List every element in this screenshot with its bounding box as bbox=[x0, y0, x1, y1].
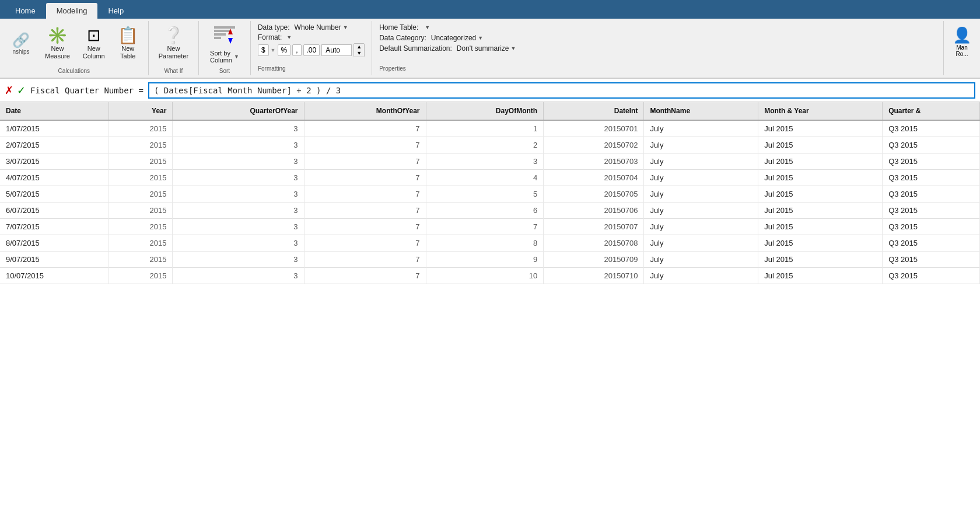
default-summ-arrow-icon: ▼ bbox=[511, 46, 516, 51]
ribbon-group-properties: Home Table: ▼ Data Category: Uncategoriz… bbox=[372, 21, 944, 75]
home-table-arrow-icon: ▼ bbox=[425, 25, 430, 30]
datatype-dropdown[interactable]: Whole Number ▼ bbox=[295, 23, 348, 32]
currency-btn[interactable]: $ bbox=[258, 44, 269, 56]
default-summ-label: Default Summarization: bbox=[379, 44, 452, 53]
table-row: 9/07/2015201537920150709JulyJul 2015Q3 2… bbox=[0, 251, 980, 268]
properties-buttons: Home Table: ▼ Data Category: Uncategoriz… bbox=[379, 23, 516, 64]
cell-quarter: 3 bbox=[173, 268, 304, 284]
cancel-icon[interactable]: ✗ bbox=[5, 84, 13, 97]
new-parameter-label: NewParameter bbox=[159, 45, 188, 60]
cell-quarterand: Q3 2015 bbox=[883, 137, 980, 153]
col-quarterand[interactable]: Quarter & bbox=[883, 102, 980, 120]
spin-down-btn[interactable]: ▼ bbox=[354, 50, 364, 57]
col-dateint[interactable]: DateInt bbox=[544, 102, 644, 120]
spin-control: ▲ ▼ bbox=[354, 43, 365, 57]
format-row: Format: ▼ bbox=[258, 33, 292, 41]
manage-btn[interactable]: 🔗 nships bbox=[5, 30, 37, 58]
header-row: Date Year QuarterOfYear MonthOfYear DayO… bbox=[0, 102, 980, 120]
cell-month: 7 bbox=[304, 202, 426, 219]
cell-date: 2/07/2015 bbox=[0, 137, 109, 153]
cell-month: 7 bbox=[304, 268, 426, 284]
data-category-label: Data Category: bbox=[379, 34, 426, 42]
cell-quarter: 3 bbox=[173, 202, 304, 219]
cell-dateint: 20150710 bbox=[544, 268, 644, 284]
col-quarter[interactable]: QuarterOfYear bbox=[173, 102, 304, 120]
default-summ-value: Don't summarize bbox=[457, 44, 509, 53]
cell-dateint: 20150706 bbox=[544, 202, 644, 219]
decimal-btn[interactable]: .00 bbox=[303, 44, 320, 56]
formatting-buttons: Data type: Whole Number ▼ Format: ▼ $ ▼ … bbox=[258, 23, 365, 64]
ribbon-group-whatif: ❔ NewParameter What If bbox=[149, 21, 199, 75]
percent-btn[interactable]: % bbox=[278, 44, 291, 56]
new-parameter-icon: ❔ bbox=[163, 27, 184, 44]
cell-month: 7 bbox=[304, 219, 426, 235]
comma-btn[interactable]: , bbox=[292, 44, 301, 56]
cell-monthname: July bbox=[644, 268, 758, 284]
col-monthname[interactable]: MonthName bbox=[644, 102, 758, 120]
col-day[interactable]: DayOfMonth bbox=[426, 102, 544, 120]
cell-dateint: 20150702 bbox=[544, 137, 644, 153]
home-table-dropdown[interactable]: ▼ bbox=[423, 25, 430, 30]
cell-dateint: 20150705 bbox=[544, 186, 644, 202]
cell-monthyear: Jul 2015 bbox=[758, 186, 883, 202]
sort-by-column-btn[interactable]: Sort byColumn ▼ bbox=[204, 21, 246, 67]
calculations-group-label: Calculations bbox=[58, 67, 90, 75]
cell-quarterand: Q3 2015 bbox=[883, 202, 980, 219]
formatting-group-label: Formatting bbox=[258, 64, 286, 73]
tab-home[interactable]: Home bbox=[5, 3, 46, 19]
cell-month: 7 bbox=[304, 120, 426, 137]
new-measure-btn[interactable]: ✳️ NewMeasure bbox=[40, 25, 75, 63]
col-year[interactable]: Year bbox=[109, 102, 173, 120]
auto-field[interactable] bbox=[321, 44, 352, 56]
cell-year: 2015 bbox=[109, 235, 173, 251]
table-row: 6/07/2015201537620150706JulyJul 2015Q3 2… bbox=[0, 202, 980, 219]
ribbon-group-calculations: 🔗 nships ✳️ NewMeasure ⊡ NewColumn 📋 New… bbox=[0, 21, 149, 75]
cell-day: 2 bbox=[426, 137, 544, 153]
home-table-row: Home Table: ▼ bbox=[379, 23, 430, 32]
new-table-btn[interactable]: 📋 NewTable bbox=[113, 25, 144, 63]
cell-year: 2015 bbox=[109, 153, 173, 170]
cell-day: 7 bbox=[426, 219, 544, 235]
new-parameter-btn[interactable]: ❔ NewParameter bbox=[153, 25, 194, 63]
man-ro-icon: 👤 bbox=[953, 26, 971, 44]
cell-monthname: July bbox=[644, 202, 758, 219]
tab-modeling[interactable]: Modeling bbox=[46, 3, 98, 19]
tab-help[interactable]: Help bbox=[97, 3, 134, 19]
new-table-icon: 📋 bbox=[118, 27, 138, 44]
svg-rect-0 bbox=[214, 26, 235, 29]
cell-monthname: July bbox=[644, 137, 758, 153]
col-monthyear[interactable]: Month & Year bbox=[758, 102, 883, 120]
default-summ-dropdown[interactable]: Don't summarize ▼ bbox=[457, 44, 516, 53]
table-row: 3/07/2015201537320150703JulyJul 2015Q3 2… bbox=[0, 153, 980, 170]
cell-monthname: July bbox=[644, 251, 758, 268]
cell-day: 9 bbox=[426, 251, 544, 268]
man-ro-btn[interactable]: 👤 ManRo... bbox=[949, 23, 975, 60]
svg-rect-3 bbox=[214, 37, 221, 39]
datatype-arrow-icon: ▼ bbox=[343, 25, 348, 30]
cell-month: 7 bbox=[304, 153, 426, 170]
cell-date: 1/07/2015 bbox=[0, 120, 109, 137]
col-month[interactable]: MonthOfYear bbox=[304, 102, 426, 120]
cell-day: 1 bbox=[426, 120, 544, 137]
cell-date: 4/07/2015 bbox=[0, 170, 109, 186]
col-date[interactable]: Date bbox=[0, 102, 109, 120]
cell-day: 6 bbox=[426, 202, 544, 219]
cell-monthyear: Jul 2015 bbox=[758, 137, 883, 153]
new-column-btn[interactable]: ⊡ NewColumn bbox=[78, 25, 110, 63]
cell-monthyear: Jul 2015 bbox=[758, 235, 883, 251]
table-row: 1/07/2015201537120150701JulyJul 2015Q3 2… bbox=[0, 120, 980, 137]
cell-quarter: 3 bbox=[173, 219, 304, 235]
formula-input[interactable] bbox=[148, 82, 975, 99]
datatype-row: Data type: Whole Number ▼ bbox=[258, 23, 348, 32]
confirm-icon[interactable]: ✓ bbox=[17, 84, 26, 97]
properties-group-label: Properties bbox=[379, 64, 406, 73]
table-header: Date Year QuarterOfYear MonthOfYear DayO… bbox=[0, 102, 980, 120]
cell-day: 8 bbox=[426, 235, 544, 251]
cell-quarterand: Q3 2015 bbox=[883, 153, 980, 170]
spin-up-btn[interactable]: ▲ bbox=[354, 44, 364, 50]
cell-quarterand: Q3 2015 bbox=[883, 170, 980, 186]
data-category-dropdown[interactable]: Uncategorized ▼ bbox=[431, 34, 483, 42]
cell-day: 5 bbox=[426, 186, 544, 202]
cell-year: 2015 bbox=[109, 219, 173, 235]
sort-by-column-label: Sort byColumn bbox=[210, 50, 232, 64]
